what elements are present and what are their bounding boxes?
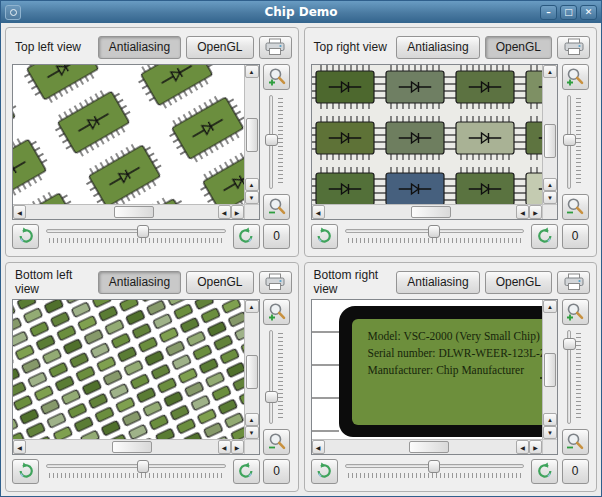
scroll-down-button[interactable]: ▼ — [543, 191, 557, 204]
zoom-slider-handle[interactable] — [563, 134, 576, 146]
rotate-slider-handle[interactable] — [428, 225, 440, 238]
scrollbar-groove[interactable] — [26, 205, 218, 219]
rotate-left-button[interactable] — [12, 224, 39, 249]
scroll-left-button-alt[interactable]: ◀ — [516, 440, 529, 454]
scroll-up-button-alt[interactable]: ▲ — [245, 178, 259, 191]
antialiasing-button[interactable]: Antialiasing — [98, 36, 181, 59]
graphics-view[interactable]: ▲ ▲ ▼ ◀ ◀ ▶ — [12, 299, 260, 455]
graphics-view[interactable]: Model: VSC-2000 (Very Small Chip) at 9 S… — [311, 299, 559, 455]
reset-button[interactable]: 0 — [263, 459, 290, 484]
scrollbar-handle[interactable] — [411, 206, 451, 218]
titlebar[interactable]: Chip Demo – □ ✕ — [1, 1, 601, 23]
rotate-left-button[interactable] — [12, 459, 39, 484]
scrollbar-handle[interactable] — [112, 441, 152, 453]
antialiasing-button[interactable]: Antialiasing — [396, 271, 479, 294]
scroll-up-button[interactable]: ▲ — [543, 65, 557, 78]
rotate-slider-handle[interactable] — [137, 225, 149, 238]
zoom-in-button[interactable] — [263, 299, 290, 325]
scroll-right-button[interactable]: ▶ — [529, 205, 542, 219]
scroll-left-button-alt[interactable]: ◀ — [516, 205, 529, 219]
zoom-slider[interactable] — [560, 93, 590, 191]
scrollbar-handle[interactable] — [246, 118, 258, 152]
scroll-up-button[interactable]: ▲ — [245, 65, 259, 78]
scrollbar-groove[interactable] — [325, 440, 517, 454]
horizontal-scrollbar[interactable]: ◀ ◀ ▶ — [13, 439, 244, 454]
rotate-right-button[interactable] — [233, 459, 260, 484]
scroll-left-button[interactable]: ◀ — [312, 205, 325, 219]
scroll-left-button[interactable]: ◀ — [13, 205, 26, 219]
scrollbar-groove[interactable] — [325, 205, 517, 219]
maximize-button[interactable]: □ — [560, 5, 577, 20]
close-button[interactable]: ✕ — [580, 5, 597, 20]
zoom-slider[interactable] — [262, 328, 292, 426]
rotate-left-button[interactable] — [311, 224, 338, 249]
minimize-button[interactable]: – — [540, 5, 557, 20]
scroll-right-button[interactable]: ▶ — [231, 440, 244, 454]
scrollbar-handle[interactable] — [409, 441, 449, 453]
zoom-slider-handle[interactable] — [265, 391, 278, 403]
scrollbar-groove[interactable] — [543, 78, 557, 178]
zoom-out-button[interactable] — [562, 429, 589, 455]
rotate-slider-handle[interactable] — [428, 460, 440, 473]
scroll-up-button[interactable]: ▲ — [245, 300, 259, 313]
zoom-in-button[interactable] — [562, 299, 589, 325]
reset-button[interactable]: 0 — [562, 459, 589, 484]
reset-button[interactable]: 0 — [562, 224, 589, 249]
scrollbar-groove[interactable] — [543, 313, 557, 413]
rotate-left-button[interactable] — [311, 459, 338, 484]
scroll-right-button[interactable]: ▶ — [529, 440, 542, 454]
scroll-up-button-alt[interactable]: ▲ — [245, 413, 259, 426]
opengl-button[interactable]: OpenGL — [186, 36, 253, 59]
vertical-scrollbar[interactable]: ▲ ▲ ▼ — [542, 300, 557, 439]
graphics-view[interactable]: ▲ ▲ ▼ ◀ ◀ ▶ — [311, 64, 559, 220]
scrollbar-groove[interactable] — [245, 313, 259, 413]
scroll-left-button-alt[interactable]: ◀ — [218, 440, 231, 454]
zoom-out-button[interactable] — [263, 429, 290, 455]
antialiasing-button[interactable]: Antialiasing — [98, 271, 181, 294]
zoom-out-button[interactable] — [263, 194, 290, 220]
scroll-down-button[interactable]: ▼ — [245, 426, 259, 439]
scroll-up-button-alt[interactable]: ▲ — [543, 413, 557, 426]
print-button[interactable] — [557, 271, 590, 294]
scroll-down-button[interactable]: ▼ — [245, 191, 259, 204]
scrollbar-groove[interactable] — [26, 440, 218, 454]
scroll-left-button-alt[interactable]: ◀ — [218, 205, 231, 219]
zoom-slider-handle[interactable] — [563, 338, 576, 350]
print-button[interactable] — [259, 36, 292, 59]
zoom-slider[interactable] — [560, 328, 590, 426]
horizontal-scrollbar[interactable]: ◀ ◀ ▶ — [13, 204, 244, 219]
reset-button[interactable]: 0 — [263, 224, 290, 249]
rotate-slider[interactable] — [343, 222, 527, 250]
zoom-in-button[interactable] — [562, 64, 589, 90]
rotate-right-button[interactable] — [233, 224, 260, 249]
scrollbar-handle[interactable] — [246, 355, 258, 389]
graphics-view[interactable]: ▲ ▲ ▼ ◀ ◀ ▶ — [12, 64, 260, 220]
zoom-out-button[interactable] — [562, 194, 589, 220]
horizontal-scrollbar[interactable]: ◀ ◀ ▶ — [312, 204, 543, 219]
rotate-right-button[interactable] — [531, 459, 558, 484]
scrollbar-groove[interactable] — [245, 78, 259, 178]
antialiasing-button[interactable]: Antialiasing — [396, 36, 479, 59]
vertical-scrollbar[interactable]: ▲ ▲ ▼ — [244, 300, 259, 439]
rotate-slider[interactable] — [343, 457, 527, 485]
rotate-slider-handle[interactable] — [137, 460, 149, 473]
rotate-right-button[interactable] — [531, 224, 558, 249]
zoom-slider[interactable] — [262, 93, 292, 191]
window-menu-button[interactable] — [5, 5, 21, 20]
zoom-slider-handle[interactable] — [265, 134, 278, 146]
scroll-right-button[interactable]: ▶ — [231, 205, 244, 219]
scrollbar-handle[interactable] — [114, 206, 154, 218]
scroll-up-button-alt[interactable]: ▲ — [543, 178, 557, 191]
scrollbar-handle[interactable] — [544, 353, 556, 387]
print-button[interactable] — [259, 271, 292, 294]
vertical-scrollbar[interactable]: ▲ ▲ ▼ — [244, 65, 259, 204]
horizontal-scrollbar[interactable]: ◀ ◀ ▶ — [312, 439, 543, 454]
opengl-button[interactable]: OpenGL — [485, 36, 552, 59]
scroll-left-button[interactable]: ◀ — [312, 440, 325, 454]
zoom-in-button[interactable] — [263, 64, 290, 90]
opengl-button[interactable]: OpenGL — [485, 271, 552, 294]
print-button[interactable] — [557, 36, 590, 59]
rotate-slider[interactable] — [44, 457, 228, 485]
scroll-down-button[interactable]: ▼ — [543, 426, 557, 439]
scroll-left-button[interactable]: ◀ — [13, 440, 26, 454]
